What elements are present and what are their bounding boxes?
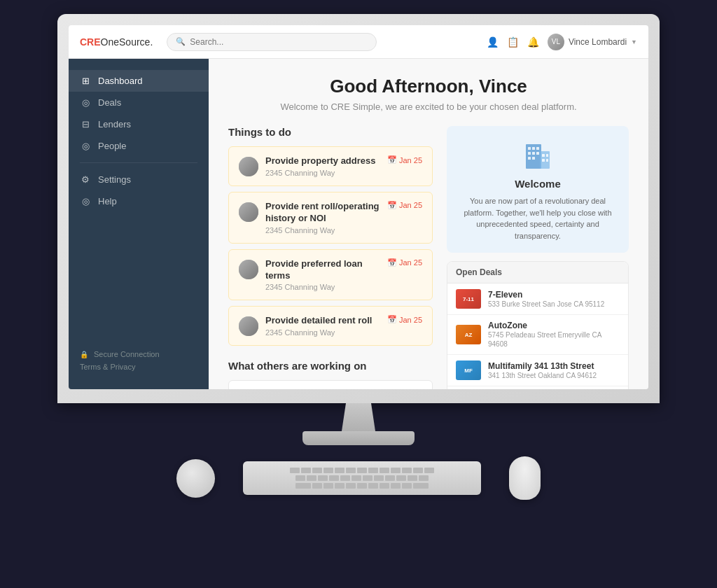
add-calendar-link[interactable]: + Add reminders to your calendar [447,386,628,389]
sidebar-item-help[interactable]: ◎ Help [69,190,209,212]
others-task-card-0[interactable]: Provide existing reports Vince Lombardi … [228,380,433,389]
key [346,468,356,473]
user-profile-icon[interactable]: 👤 [487,36,499,48]
task-title-row-2: Provide preferred loan terms 📅 Jan 25 [265,258,422,282]
sidebar-item-settings[interactable]: ⚙ Settings [69,169,209,190]
key [419,475,429,481]
key [408,475,417,481]
svg-rect-10 [542,154,545,157]
task-date-icon-3: 📅 [387,315,397,324]
deal-thumbnail-2: MF [456,360,481,380]
lenders-icon: ⊟ [80,119,91,130]
greeting-title: Good Afternoon, Vince [228,76,629,97]
svg-rect-9 [532,157,535,160]
deal-address-2: 341 13th Street Oakland CA 94612 [488,371,597,380]
task-info-2: Provide preferred loan terms 📅 Jan 25 23… [265,258,422,292]
key [368,483,378,489]
welcome-card-title: Welcome [458,178,618,190]
key [413,483,429,489]
deal-name-2: Multifamily 341 13th Street [488,361,597,371]
task-card-3[interactable]: Provide detailed rent roll 📅 Jan 25 2345… [228,306,433,346]
deal-name-0: 7-Eleven [488,290,604,300]
key [351,475,361,481]
key [335,483,344,489]
key [318,475,328,481]
tasks-column: Things to do Provide property address [228,126,433,389]
task-avatar-img-1 [239,202,258,222]
open-deals-card: Open Deals 7-11 7-Eleven 533 Burke Stree… [447,261,629,389]
task-card-0[interactable]: Provide property address 📅 Jan 25 2345 C… [228,146,433,186]
task-subtitle-3: 2345 Channing Way [265,328,422,337]
svg-rect-3 [532,147,535,150]
search-input[interactable] [190,37,368,47]
monitor-stand [302,403,415,445]
lock-icon: 🔒 [80,351,88,358]
svg-rect-8 [528,157,531,160]
sidebar-item-deals[interactable]: ◎ Deals [69,92,209,113]
task-date-1: 📅 Jan 25 [387,201,422,210]
task-title-3: Provide detailed rent roll [265,315,372,327]
deal-info-0: 7-Eleven 533 Burke Street San Jose CA 95… [488,290,604,309]
task-date-text-3: Jan 25 [399,316,422,324]
svg-rect-12 [542,159,545,162]
secure-connection[interactable]: 🔒 Secure Connection [80,347,197,361]
task-date-text-1: Jan 25 [399,201,422,209]
keyboard[interactable] [243,461,481,495]
user-chip[interactable]: VL Vince Lombardi ▼ [548,34,637,50]
key [402,468,412,473]
building-svg [520,137,555,172]
terms-privacy-link[interactable]: Terms & Privacy [80,361,197,372]
sidebar-divider [80,162,197,163]
mouse[interactable] [509,456,541,500]
logo-cre: CRE [80,36,101,48]
stand-neck [337,403,380,431]
sidebar-item-dashboard[interactable]: ⊞ Dashboard [69,70,209,92]
key [385,475,395,481]
deal-item-2[interactable]: MF Multifamily 341 13th Street 341 13th … [447,355,628,386]
deal-item-1[interactable]: AZ AutoZone 5745 Peladeau Street Emeryvi… [447,315,628,355]
key [312,483,322,489]
keyboard-row-2 [249,475,475,481]
task-card-1[interactable]: Provide rent roll/operating history or N… [228,192,433,244]
key [413,468,423,473]
avatar-initials: VL [552,38,560,46]
task-list: Provide property address 📅 Jan 25 2345 C… [228,146,433,346]
dashboard-icon: ⊞ [80,76,91,86]
task-date-text-2: Jan 25 [399,258,422,267]
sidebar-item-label-help: Help [98,196,117,206]
key [363,475,373,481]
task-date-icon-2: 📅 [387,258,397,267]
deal-item-0[interactable]: 7-11 7-Eleven 533 Burke Street San Jose … [447,284,628,315]
sidebar-item-label-settings: Settings [98,174,131,185]
key [290,468,300,473]
clipboard-icon[interactable]: 📋 [507,36,519,48]
key [357,483,367,489]
key [346,483,356,489]
settings-icon: ⚙ [80,174,91,185]
keyboard-row-1 [249,468,475,473]
bell-icon[interactable]: 🔔 [527,36,539,48]
app-layout: ⊞ Dashboard ◎ Deals ⊟ Lenders ◎ [69,59,648,389]
task-info-1: Provide rent roll/operating history or N… [265,201,422,234]
sidebar-item-people[interactable]: ◎ People [69,135,209,157]
key [323,468,333,473]
keyboard-row-3 [249,483,475,489]
key [323,483,333,489]
sidebar-item-label-deals: Deals [98,97,121,108]
things-to-do-title: Things to do [228,126,433,138]
task-date-0: 📅 Jan 25 [387,155,422,164]
key [295,483,311,489]
key [391,483,401,489]
key [402,483,412,489]
key [307,475,316,481]
key [340,475,350,481]
greeting-section: Good Afternoon, Vince Welcome to CRE Sim… [228,76,629,112]
secure-label: Secure Connection [94,350,160,358]
search-bar[interactable]: 🔍 [167,33,377,51]
sidebar-item-lenders[interactable]: ⊟ Lenders [69,113,209,135]
task-date-icon-1: 📅 [387,201,397,210]
task-card-2[interactable]: Provide preferred loan terms 📅 Jan 25 23… [228,249,433,301]
task-title-1: Provide rent roll/operating history or N… [265,201,387,225]
task-avatar-1 [239,202,258,222]
task-subtitle-0: 2345 Channing Way [265,169,422,177]
